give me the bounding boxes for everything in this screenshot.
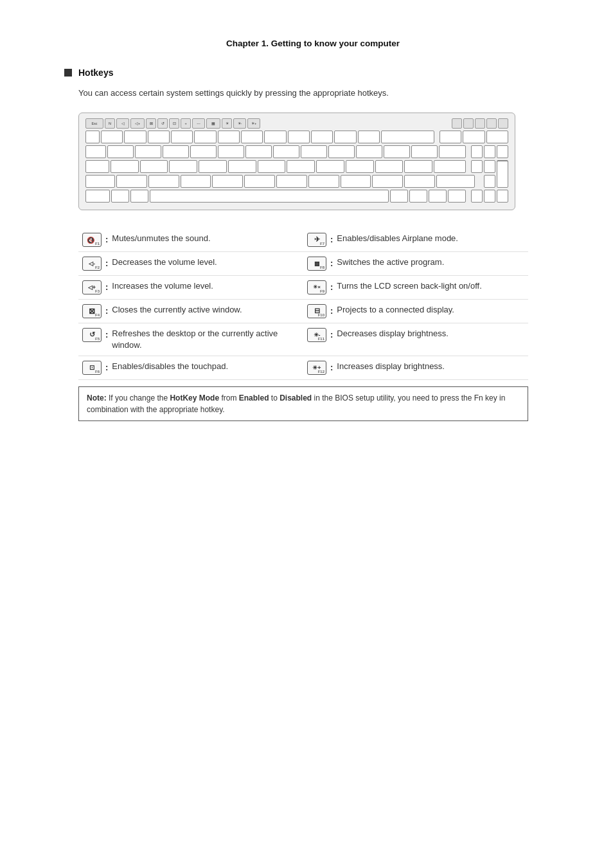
key-close-win-icon: ⊠ F4 [82,304,102,318]
hotkey-touchpad: ⊡ F6 : Enables/disables the touchpad. [78,356,303,380]
note-text-1: If you change the [109,393,170,402]
hotkey-switch-prog: ▦ F8 : Switches the active program. [303,252,528,276]
key-brightness-down-icon: ☀- F11 [307,328,326,342]
hotkey-airplane: ✈ F7 : Enables/disables Airplane mode. [303,228,528,252]
hotkey-touchpad-desc: Enables/disables the touchpad. [112,361,299,372]
hotkey-refresh-desc: Refreshes the desktop or the currently a… [112,328,299,351]
hotkey-close-win-desc: Closes the currently active window. [112,304,299,316]
note-label: Note: [87,393,107,402]
section-header: Hotkeys [64,68,562,78]
hotkey-backlight: ☀× F9 : Turns the LCD screen back-light … [303,276,528,300]
key-brightness-up-icon: ☀+ F12 [307,361,326,375]
hotkey-close-win: ⊠ F4 : Closes the currently active windo… [78,300,303,323]
key-touchpad-icon: ⊡ F6 [82,361,102,375]
hotkey-vol-down-desc: Decreases the volume level. [112,257,299,268]
hotkey-vol-up-desc: Increases the volume level. [112,280,299,292]
hotkey-brightness-up: ☀+ F12 : Increases display brightness. [303,356,528,380]
note-hotkey-mode: HotKey Mode [170,393,219,402]
hotkey-project: ⊟ F10 : Projects to a connected display. [303,300,528,323]
page-container: Chapter 1. Getting to know your computer… [0,0,613,868]
chapter-title: Chapter 1. Getting to know your computer [64,39,562,48]
hotkey-vol-up: ◁+ F3 : Increases the volume level. [78,276,303,300]
key-backlight-icon: ☀× F9 [307,280,326,294]
note-disabled: Disabled [280,393,312,402]
note-box: Note: If you change the HotKey Mode from… [78,386,528,421]
note-text-2: from [221,393,238,402]
hotkey-refresh: ↺ F5 : Refreshes the desktop or the curr… [78,323,303,356]
hotkey-project-desc: Projects to a connected display. [337,304,524,316]
hotkey-brightness-down: ☀- F11 : Decreases display brightness. [303,323,528,356]
hotkey-switch-prog-desc: Switches the active program. [337,257,524,268]
hotkey-vol-down: ◁- F2 : Decreases the volume level. [78,252,303,276]
hotkey-airplane-desc: Enables/disables Airplane mode. [337,233,524,244]
key-project-icon: ⊟ F10 [307,304,326,318]
note-text-3: to [271,393,280,402]
section-icon [64,69,72,77]
key-airplane-icon: ✈ F7 [307,233,326,247]
key-mute-icon: 🔇 F1 [82,233,102,247]
hotkey-brightness-up-desc: Increases display brightness. [337,361,524,372]
hotkeys-grid: 🔇 F1 : Mutes/unmutes the sound. ✈ F7 : E… [78,228,528,380]
svg-text:🔇: 🔇 [87,236,95,244]
hotkey-mute-desc: Mutes/unmutes the sound. [112,233,299,244]
hotkey-brightness-down-desc: Decreases display brightness. [337,328,524,339]
note-enabled: Enabled [239,393,269,402]
key-vol-up-icon: ◁+ F3 [82,280,102,294]
section-description: You can access certain system settings q… [78,87,562,100]
keyboard-diagram: Esc N ◁ ◁+ ⊠ ↺ ⊡ + --- ▦ ☀ ☀- ☀+ [78,113,515,210]
hotkey-backlight-desc: Turns the LCD screen back-light on/off. [337,280,524,292]
key-switch-prog-icon: ▦ F8 [307,257,326,271]
hotkey-mute: 🔇 F1 : Mutes/unmutes the sound. [78,228,303,252]
key-refresh-icon: ↺ F5 [82,328,102,342]
key-vol-down-icon: ◁- F2 [82,257,102,271]
section-title: Hotkeys [78,68,113,78]
